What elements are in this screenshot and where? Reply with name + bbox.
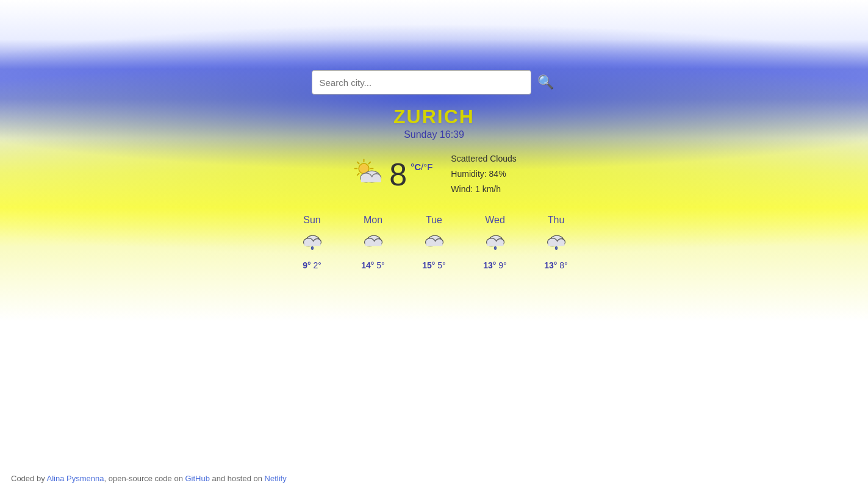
footer-open-source: , open-source code on	[104, 474, 185, 483]
humidity-text: Humidity: 84%	[451, 166, 516, 182]
search-input[interactable]	[312, 70, 531, 95]
forecast-temps-3: 13° 9°	[483, 260, 506, 270]
forecast-day-name-2: Tue	[426, 215, 442, 226]
forecast-day-name-1: Mon	[364, 215, 382, 226]
main-content: 🔍 ZURICH Sunday 16:39	[0, 0, 868, 270]
forecast-high-3: 13°	[483, 260, 496, 270]
footer: Coded by Alina Pysmenna, open-source cod…	[11, 474, 287, 483]
svg-line-7	[357, 174, 359, 176]
forecast-low-2: 5°	[437, 260, 445, 270]
footer-github-link[interactable]: GitHub	[185, 474, 209, 483]
footer-author-link[interactable]: Alina Pysmenna	[47, 474, 104, 483]
fahrenheit-unit[interactable]: °F	[423, 162, 432, 172]
forecast-low-4: 8°	[559, 260, 567, 270]
svg-point-35	[555, 246, 558, 249]
svg-rect-25	[426, 242, 442, 246]
search-icon: 🔍	[537, 74, 554, 90]
svg-point-17	[311, 246, 314, 249]
current-icon-temp: 8 °C/°F	[351, 157, 432, 192]
forecast-temps-1: 14° 5°	[361, 260, 384, 270]
wind-text: Wind: 1 km/h	[451, 182, 516, 197]
forecast-icon-4	[545, 231, 567, 256]
svg-rect-29	[487, 242, 503, 246]
forecast-icon-1	[362, 231, 384, 256]
svg-point-30	[494, 246, 497, 249]
current-weather-panel: 8 °C/°F Scattered Clouds Humidity: 84% W…	[351, 151, 517, 198]
svg-line-5	[357, 162, 359, 164]
search-button[interactable]: 🔍	[535, 71, 557, 93]
celsius-unit[interactable]: °C	[411, 162, 421, 172]
footer-coded-by: Coded by	[11, 474, 47, 483]
forecast-temps-2: 15° 5°	[422, 260, 445, 270]
unit-toggle[interactable]: °C/°F	[411, 162, 432, 172]
svg-line-8	[369, 162, 371, 164]
forecast-high-2: 15°	[422, 260, 435, 270]
forecast-high-1: 14°	[361, 260, 374, 270]
forecast-day-name-0: Sun	[303, 215, 320, 226]
svg-rect-16	[304, 242, 320, 246]
forecast-low-1: 5°	[376, 260, 384, 270]
city-datetime: Sunday 16:39	[404, 129, 464, 140]
forecast-day-2: Tue 15° 5°	[413, 215, 456, 270]
forecast-icon-2	[423, 231, 445, 256]
footer-hosted-on: and hosted on	[210, 474, 265, 483]
current-temperature: 8	[389, 159, 407, 190]
forecast-row: Sun 9° 2° Mon	[291, 215, 578, 270]
forecast-day-1: Mon 14° 5°	[352, 215, 395, 270]
svg-rect-21	[365, 242, 381, 246]
svg-rect-12	[361, 177, 381, 182]
search-row: 🔍	[312, 70, 557, 95]
footer-netlify-link[interactable]: Netlify	[265, 474, 287, 483]
forecast-day-0: Sun 9° 2°	[291, 215, 334, 270]
current-details: Scattered Clouds Humidity: 84% Wind: 1 k…	[451, 151, 516, 198]
svg-rect-34	[548, 242, 564, 246]
forecast-day-name-4: Thu	[548, 215, 565, 226]
forecast-high-0: 9°	[303, 260, 310, 270]
forecast-day-name-3: Wed	[485, 215, 505, 226]
current-weather-icon	[351, 157, 386, 192]
forecast-icon-0	[301, 231, 323, 256]
forecast-temps-0: 9° 2°	[303, 260, 321, 270]
forecast-day-4: Thu 13° 8°	[535, 215, 578, 270]
forecast-high-4: 13°	[544, 260, 557, 270]
forecast-icon-3	[484, 231, 506, 256]
forecast-low-0: 2°	[313, 260, 321, 270]
condition-text: Scattered Clouds	[451, 151, 516, 166]
forecast-low-3: 9°	[498, 260, 506, 270]
city-name: ZURICH	[393, 106, 475, 128]
forecast-day-3: Wed 13° 9°	[474, 215, 517, 270]
forecast-temps-4: 13° 8°	[544, 260, 567, 270]
